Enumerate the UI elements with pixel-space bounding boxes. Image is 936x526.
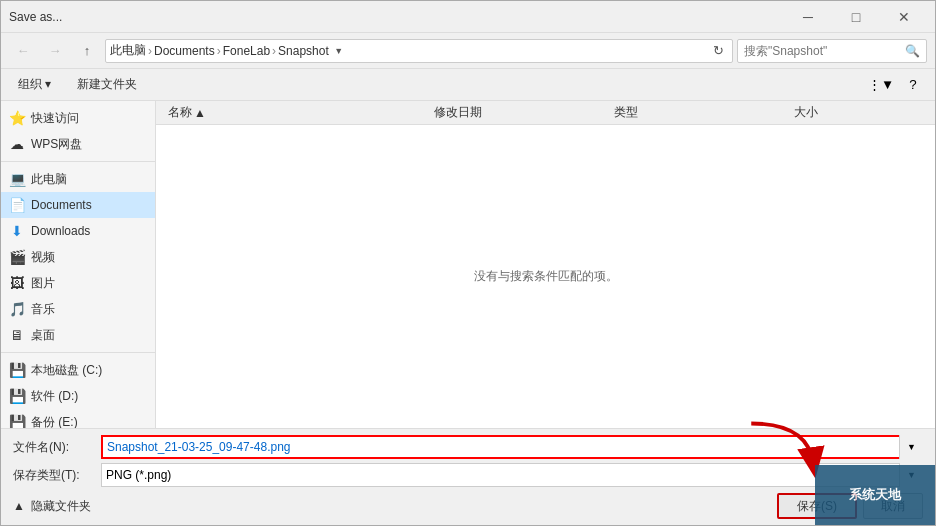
sidebar-item-videos[interactable]: 🎬 视频	[1, 244, 155, 270]
filetype-select[interactable]: PNG (*.png)	[101, 463, 923, 487]
organize-button[interactable]: 组织 ▾	[9, 73, 60, 97]
breadcrumb-fonelab[interactable]: FoneLab	[223, 44, 270, 58]
videos-icon: 🎬	[9, 249, 25, 265]
minimize-button[interactable]: ─	[785, 3, 831, 31]
sidebar-label-pictures: 图片	[31, 275, 55, 292]
filetype-row: 保存类型(T): PNG (*.png) ▼	[13, 463, 923, 487]
breadcrumb-pc[interactable]: 此电脑	[110, 42, 146, 59]
sidebar-label-documents: Documents	[31, 198, 92, 212]
local-disk-icon: 💾	[9, 362, 25, 378]
this-pc-icon: 💻	[9, 171, 25, 187]
refresh-button[interactable]: ↻	[708, 41, 728, 61]
sidebar-item-downloads[interactable]: ⬇ Downloads	[1, 218, 155, 244]
title-controls: ─ □ ✕	[785, 3, 927, 31]
desktop-icon: 🖥	[9, 327, 25, 343]
quick-access-icon: ⭐	[9, 110, 25, 126]
col-date-label: 修改日期	[434, 104, 482, 121]
backup-icon: 💾	[9, 414, 25, 428]
col-header-name[interactable]: 名称 ▲	[164, 101, 430, 124]
empty-message: 没有与搜索条件匹配的项。	[474, 268, 618, 285]
downloads-icon: ⬇	[9, 223, 25, 239]
sidebar-item-pictures[interactable]: 🖼 图片	[1, 270, 155, 296]
wps-icon: ☁	[9, 136, 25, 152]
view-icon: ⋮	[868, 77, 881, 92]
address-dropdown-button[interactable]: ▼	[331, 43, 347, 59]
actions-toolbar: 组织 ▾ 新建文件夹 ⋮▼ ?	[1, 69, 935, 101]
sidebar-divider-2	[1, 352, 155, 353]
view-controls: ⋮▼ ?	[867, 73, 927, 97]
search-box: 🔍	[737, 39, 927, 63]
sidebar-label-music: 音乐	[31, 301, 55, 318]
music-icon: 🎵	[9, 301, 25, 317]
new-folder-label: 新建文件夹	[77, 76, 137, 93]
title-bar: Save as... ─ □ ✕	[1, 1, 935, 33]
breadcrumb-snapshot[interactable]: Snapshot	[278, 44, 329, 58]
address-toolbar: ← → ↑ 此电脑 › Documents › FoneLab › Snapsh…	[1, 33, 935, 69]
filename-label: 文件名(N):	[13, 439, 93, 456]
sidebar-label-quick-access: 快速访问	[31, 110, 79, 127]
dialog-window: Save as... ─ □ ✕ ← → ↑ 此电脑 › Documents ›…	[0, 0, 936, 526]
sidebar-label-videos: 视频	[31, 249, 55, 266]
col-header-date[interactable]: 修改日期	[430, 101, 610, 124]
sidebar-item-this-pc[interactable]: 💻 此电脑	[1, 166, 155, 192]
pictures-icon: 🖼	[9, 275, 25, 291]
sidebar-label-backup: 备份 (E:)	[31, 414, 78, 429]
sidebar-item-wps[interactable]: ☁ WPS网盘	[1, 131, 155, 157]
col-header-type[interactable]: 类型	[610, 101, 790, 124]
documents-icon: 📄	[9, 197, 25, 213]
view-toggle-button[interactable]: ⋮▼	[867, 73, 895, 97]
hide-folders-label: 隐藏文件夹	[31, 498, 91, 515]
forward-button[interactable]: →	[41, 39, 69, 63]
breadcrumb-documents[interactable]: Documents	[154, 44, 215, 58]
maximize-button[interactable]: □	[833, 3, 879, 31]
col-type-label: 类型	[614, 104, 638, 121]
sidebar-label-desktop: 桌面	[31, 327, 55, 344]
col-name-label: 名称	[168, 104, 192, 121]
col-header-size[interactable]: 大小	[790, 101, 927, 124]
back-button[interactable]: ←	[9, 39, 37, 63]
collapse-icon: ▲	[13, 499, 25, 513]
address-bar[interactable]: 此电脑 › Documents › FoneLab › Snapshot ▼ ↻	[105, 39, 733, 63]
sidebar-item-backup[interactable]: 💾 备份 (E:)	[1, 409, 155, 428]
bottom-controls: ▲ 隐藏文件夹 保存(S) 取消	[13, 493, 923, 519]
search-input[interactable]	[744, 44, 901, 58]
hide-folders-row: ▲ 隐藏文件夹	[13, 498, 91, 515]
title-text: Save as...	[9, 10, 62, 24]
up-button[interactable]: ↑	[73, 39, 101, 63]
sidebar-label-wps: WPS网盘	[31, 136, 82, 153]
filename-dropdown-button[interactable]: ▼	[899, 435, 923, 459]
sidebar: ⭐ 快速访问 ☁ WPS网盘 💻 此电脑 📄 Documents ⬇ Downl…	[1, 101, 156, 428]
filename-input-wrap: ▼	[101, 435, 923, 459]
file-list: 名称 ▲ 修改日期 类型 大小 没有与搜索条件匹配的项。	[156, 101, 935, 428]
organize-label: 组织 ▾	[18, 76, 51, 93]
breadcrumbs: 此电脑 › Documents › FoneLab › Snapshot ▼	[110, 42, 704, 59]
bottom-section: 文件名(N): ▼ 保存类型(T): PNG (*.png) ▼ ▲ 隐藏文件夹…	[1, 428, 935, 525]
filetype-select-wrap: PNG (*.png) ▼	[101, 463, 923, 487]
col-sort-icon: ▲	[194, 106, 206, 120]
help-button[interactable]: ?	[899, 73, 927, 97]
sidebar-item-local-disk[interactable]: 💾 本地磁盘 (C:)	[1, 357, 155, 383]
sidebar-label-downloads: Downloads	[31, 224, 90, 238]
watermark: 系统天地	[815, 465, 935, 525]
col-size-label: 大小	[794, 104, 818, 121]
sidebar-item-quick-access[interactable]: ⭐ 快速访问	[1, 105, 155, 131]
sidebar-label-local-disk: 本地磁盘 (C:)	[31, 362, 102, 379]
sidebar-item-music[interactable]: 🎵 音乐	[1, 296, 155, 322]
sidebar-item-documents[interactable]: 📄 Documents	[1, 192, 155, 218]
search-icon: 🔍	[905, 44, 920, 58]
filename-input[interactable]	[101, 435, 923, 459]
main-content: ⭐ 快速访问 ☁ WPS网盘 💻 此电脑 📄 Documents ⬇ Downl…	[1, 101, 935, 428]
file-list-body: 没有与搜索条件匹配的项。	[156, 125, 935, 428]
watermark-text: 系统天地	[849, 486, 901, 504]
close-button[interactable]: ✕	[881, 3, 927, 31]
help-icon: ?	[909, 77, 916, 92]
sidebar-label-this-pc: 此电脑	[31, 171, 67, 188]
filename-row: 文件名(N): ▼	[13, 435, 923, 459]
software-icon: 💾	[9, 388, 25, 404]
sidebar-divider-1	[1, 161, 155, 162]
filetype-label: 保存类型(T):	[13, 467, 93, 484]
file-list-header: 名称 ▲ 修改日期 类型 大小	[156, 101, 935, 125]
sidebar-item-desktop[interactable]: 🖥 桌面	[1, 322, 155, 348]
sidebar-item-software[interactable]: 💾 软件 (D:)	[1, 383, 155, 409]
new-folder-button[interactable]: 新建文件夹	[68, 73, 146, 97]
